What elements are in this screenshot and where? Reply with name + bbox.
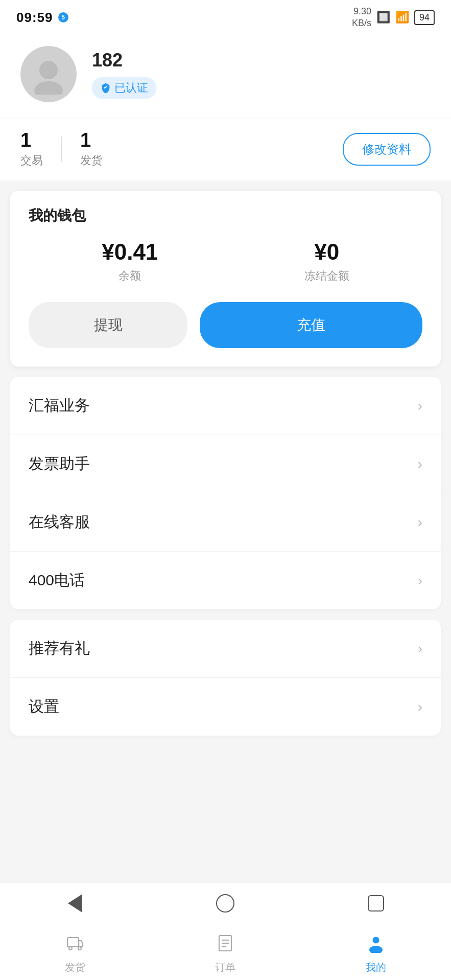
speed-indicator: 9.30KB/s [352,6,371,30]
avatar [20,46,77,102]
wallet-section: 我的钱包 ¥0.41 余额 ¥0 冻结金额 提现 充值 [10,191,441,367]
avatar-placeholder-icon [28,54,69,95]
chevron-right-icon-6: › [418,699,422,715]
chevron-right-icon-4: › [418,573,422,589]
profile-section: 182 已认证 [0,31,451,118]
nav-label-shipping: 发货 [65,961,85,974]
status-icons: 9.30KB/s 🔲 📶 94 [352,6,435,30]
transactions-label: 交易 [20,153,43,168]
photo-icon: 🔲 [376,11,390,24]
shipments-stat: 1 发货 [80,130,103,168]
nav-label-orders: 订单 [215,961,235,974]
system-home-button[interactable] [212,891,238,916]
nav-item-shipping[interactable]: 发货 [0,933,150,974]
frozen-item: ¥0 冻结金额 [304,241,349,284]
shield-icon [100,82,111,94]
menu-item-phone[interactable]: 400电话 › [10,552,441,609]
verified-label: 已认证 [114,80,148,96]
shipments-count: 1 [80,130,91,150]
menu-item-service-label: 在线客服 [29,512,90,533]
verified-badge: 已认证 [92,77,156,99]
svg-point-3 [69,947,72,950]
transactions-stat: 1 交易 [20,130,43,168]
wallet-actions: 提现 充值 [29,302,422,348]
shipping-nav-icon [65,933,85,958]
menu-item-huifu[interactable]: 汇福业务 › [10,377,441,435]
stat-divider [61,136,62,162]
wallet-title: 我的钱包 [29,206,422,225]
menu-item-huifu-label: 汇福业务 [29,395,90,416]
system-recents-button[interactable] [363,891,389,916]
stats-section: 1 交易 1 发货 修改资料 [0,118,451,180]
svg-point-0 [39,61,58,79]
withdraw-button[interactable]: 提现 [29,302,187,348]
balance-item: ¥0.41 余额 [102,241,158,284]
nav-label-mine: 我的 [366,961,386,974]
nav-item-mine[interactable]: 我的 [301,933,451,974]
menu-item-referral-label: 推荐有礼 [29,638,90,659]
menu-item-invoice-label: 发票助手 [29,453,90,474]
balance-value: ¥0.41 [102,241,158,263]
recharge-button[interactable]: 充值 [200,302,422,348]
chevron-right-icon-1: › [418,398,422,414]
mine-nav-icon [366,933,386,958]
svg-point-10 [369,946,383,953]
edit-profile-button[interactable]: 修改资料 [343,133,431,166]
wifi-icon: 📶 [395,11,409,24]
menu-group-1: 汇福业务 › 发票助手 › 在线客服 › 400电话 › [10,377,441,609]
menu-item-settings-label: 设置 [29,696,59,717]
system-nav-bar [0,883,451,924]
system-back-button[interactable] [62,891,88,916]
frozen-value: ¥0 [314,241,339,263]
profile-info: 182 已认证 [92,50,156,99]
chevron-right-icon-5: › [418,641,422,657]
menu-item-invoice[interactable]: 发票助手 › [10,435,441,493]
shipments-label: 发货 [80,153,103,168]
nav-item-orders[interactable]: 订单 [150,933,300,974]
svg-point-1 [34,81,63,95]
menu-item-phone-label: 400电话 [29,570,85,591]
status-time: 09:59 [16,10,53,26]
menu-item-referral[interactable]: 推荐有礼 › [10,620,441,678]
chevron-right-icon-2: › [418,456,422,472]
notification-badge: 5 [58,12,68,22]
battery-icon: 94 [414,10,435,25]
menu-item-settings[interactable]: 设置 › [10,678,441,736]
balance-label: 余额 [118,268,141,284]
svg-point-4 [78,947,81,950]
frozen-label: 冻结金额 [304,268,349,284]
svg-rect-2 [67,938,79,947]
menu-item-service[interactable]: 在线客服 › [10,493,441,552]
bottom-nav: 发货 订单 我的 [0,924,451,980]
menu-group-2: 推荐有礼 › 设置 › [10,620,441,736]
orders-nav-icon [216,933,235,958]
wallet-amounts: ¥0.41 余额 ¥0 冻结金额 [29,241,422,284]
status-bar: 09:59 5 9.30KB/s 🔲 📶 94 [0,0,451,31]
chevron-right-icon-3: › [418,514,422,531]
profile-name: 182 [92,50,156,71]
transactions-count: 1 [20,130,31,150]
